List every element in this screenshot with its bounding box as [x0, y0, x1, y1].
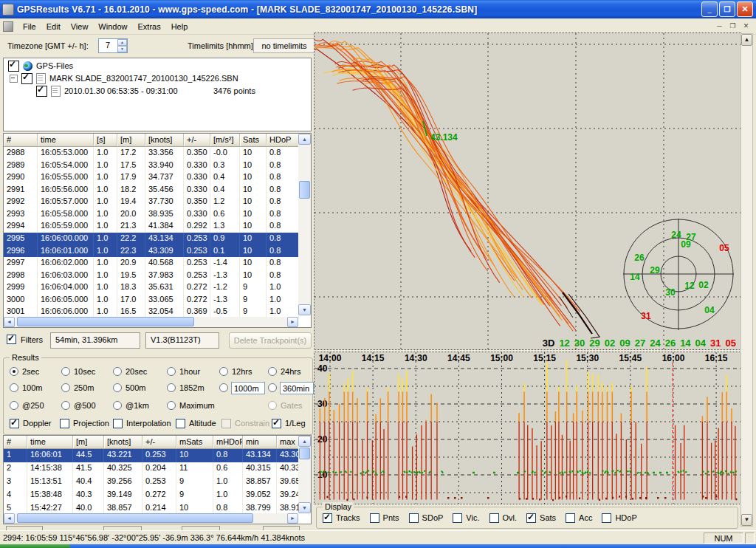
checkbox-checked-icon[interactable] — [8, 61, 19, 72]
radio-icon[interactable] — [113, 367, 122, 376]
radio-Maximum[interactable]: Maximum — [167, 400, 219, 411]
checkbox-icon[interactable] — [113, 419, 123, 428]
checkbox-Interpolation[interactable]: Interpolation — [113, 417, 176, 429]
radio-1852m[interactable]: 1852m — [167, 382, 219, 394]
checkbox-icon[interactable] — [60, 419, 69, 428]
filters-checkbox[interactable] — [7, 335, 16, 344]
scrollbar-thumb[interactable] — [17, 513, 253, 523]
checkbox-checked-icon[interactable] — [36, 86, 47, 97]
column-header-mSats[interactable]: mSats — [176, 436, 213, 449]
table-row[interactable]: 298816:05:53.0001.017.233.3560.350-0.010… — [4, 147, 311, 160]
checkbox-Altitude[interactable]: Altitude — [176, 417, 221, 429]
table-row[interactable]: 299216:05:57.0001.019.437.7300.3501.2100… — [4, 196, 311, 208]
horizontal-scrollbar[interactable]: ◄ ► — [4, 513, 298, 524]
column-header-knots[interactable]: [knots] — [145, 134, 184, 147]
menu-help[interactable]: Help — [166, 21, 193, 32]
radio-custom[interactable] — [268, 382, 314, 394]
checkbox-icon[interactable] — [176, 419, 185, 428]
column-header-Sats[interactable]: Sats — [240, 134, 267, 147]
scrollbar-thumb[interactable] — [17, 317, 194, 326]
column-header-knots[interactable]: [knots] — [104, 436, 142, 449]
start-button-edge[interactable] — [0, 544, 70, 548]
radio-icon[interactable] — [268, 383, 277, 392]
table-row[interactable]: 299516:06:00.0001.022.243.1340.2530.9100… — [4, 233, 311, 245]
vertical-scrollbar[interactable]: ▲ ▼ — [740, 33, 753, 527]
table-row[interactable]: 299716:06:02.0001.020.940.5680.253-1.410… — [4, 257, 311, 270]
table-row[interactable]: 299316:05:58.0001.020.038.9350.3300.6100… — [4, 208, 311, 221]
scrollbar-thumb[interactable] — [299, 181, 310, 199]
scroll-down-icon[interactable]: ▼ — [298, 502, 311, 513]
radio-icon[interactable] — [61, 401, 70, 410]
checkbox-icon[interactable] — [370, 513, 379, 523]
menu-extras[interactable]: Extras — [132, 21, 165, 32]
scrollbar-thumb[interactable] — [299, 448, 310, 459]
spinner-up-icon[interactable]: ▲ — [117, 39, 127, 46]
table-row[interactable]: 214:15:3841.540.3250.204110.640.31540.33… — [4, 462, 311, 476]
column-header-s[interactable]: [s] — [94, 134, 117, 147]
scroll-left-icon[interactable]: ◄ — [4, 513, 15, 524]
menu-file[interactable]: File — [18, 21, 41, 32]
checkbox-icon[interactable] — [409, 513, 419, 523]
menu-window[interactable]: Window — [93, 21, 132, 32]
radio-1hour[interactable]: 1hour — [167, 366, 219, 377]
radio-250[interactable]: @250 — [10, 400, 61, 411]
menu-edit[interactable]: Edit — [41, 21, 66, 32]
checkbox-Pnts[interactable]: Pnts — [370, 512, 399, 524]
radio-custom[interactable] — [219, 382, 268, 394]
table-row[interactable]: 415:38:4840.339.1490.27291.039.05239.246 — [4, 489, 311, 502]
radio-icon[interactable] — [167, 367, 176, 376]
column-header-HDoP[interactable]: HDoP — [267, 134, 299, 147]
radio-10sec[interactable]: 10sec — [61, 366, 113, 377]
radio-icon[interactable] — [167, 401, 176, 410]
scroll-right-icon[interactable]: ► — [287, 513, 298, 524]
checkbox-icon[interactable] — [10, 419, 19, 428]
scroll-left-icon[interactable]: ◄ — [4, 317, 15, 327]
column-header-[interactable]: # — [4, 436, 27, 449]
table-row[interactable]: 299416:05:59.0001.021.341.3840.2921.3100… — [4, 220, 311, 233]
table-row[interactable]: 300016:06:05.0001.017.033.0650.272-1.391… — [4, 294, 311, 306]
table-row[interactable]: 299616:06:01.0001.022.343.3090.2530.1100… — [4, 245, 311, 258]
radio-500m[interactable]: 500m — [113, 382, 167, 394]
checkbox-Doppler[interactable]: Doppler — [10, 417, 60, 429]
table-row[interactable]: 299816:06:03.0001.019.537.9830.253-1.310… — [4, 270, 311, 282]
radio-icon[interactable] — [167, 383, 176, 392]
filter-summary-field[interactable]: 54min, 31.396km — [50, 332, 140, 349]
radio-100m[interactable]: 100m — [10, 382, 61, 394]
checkbox-Acc[interactable]: Acc — [566, 512, 592, 524]
radio-12hrs[interactable]: 12hrs — [219, 366, 268, 377]
checkbox-icon[interactable] — [526, 513, 536, 523]
radio-icon[interactable] — [61, 367, 70, 376]
radio-icon[interactable] — [113, 383, 122, 392]
radio-icon[interactable] — [10, 367, 18, 376]
radio-icon[interactable] — [10, 401, 18, 410]
menu-view[interactable]: View — [66, 21, 94, 32]
checkbox-icon[interactable] — [453, 513, 462, 523]
checkbox-icon[interactable] — [323, 513, 332, 523]
checkbox-SDoP[interactable]: SDoP — [409, 512, 444, 524]
radio-20sec[interactable]: 20sec — [113, 366, 167, 377]
table-row[interactable]: 298916:05:54.0001.017.533.9400.3300.3100… — [4, 160, 311, 172]
checkbox-1Leg[interactable]: 1/Leg — [272, 417, 306, 429]
collapse-icon[interactable] — [10, 75, 18, 83]
checkbox-icon[interactable] — [272, 419, 281, 428]
scroll-down-icon[interactable]: ▼ — [741, 514, 752, 526]
scroll-down-icon[interactable]: ▼ — [298, 304, 311, 315]
horizontal-scrollbar[interactable]: ◄ ► — [4, 317, 298, 327]
checkbox-Sats[interactable]: Sats — [526, 512, 556, 524]
checkbox-icon[interactable] — [566, 513, 575, 523]
column-header-m[interactable]: [m] — [73, 436, 104, 449]
checkbox-Projection[interactable]: Projection — [60, 417, 113, 429]
custom-value-input[interactable] — [231, 382, 265, 394]
table-row[interactable]: 299016:05:55.0001.017.934.7370.3300.4100… — [4, 171, 311, 184]
radio-24hrs[interactable]: 24hrs — [268, 366, 301, 377]
column-header-time[interactable]: time — [38, 134, 94, 147]
firmware-version-field[interactable]: V1.3(B1123T) — [145, 332, 219, 349]
radio-icon[interactable] — [219, 383, 228, 392]
column-header-m[interactable]: [m] — [117, 134, 145, 147]
radio-icon[interactable] — [10, 383, 18, 392]
radio-1km[interactable]: @1km — [113, 400, 167, 411]
vertical-scrollbar[interactable]: ▲ ▼ — [298, 436, 311, 513]
timelimits-value[interactable]: no timelimits — [253, 38, 315, 53]
column-header-min[interactable]: min — [243, 436, 277, 449]
radio-2sec[interactable]: 2sec — [10, 366, 61, 377]
